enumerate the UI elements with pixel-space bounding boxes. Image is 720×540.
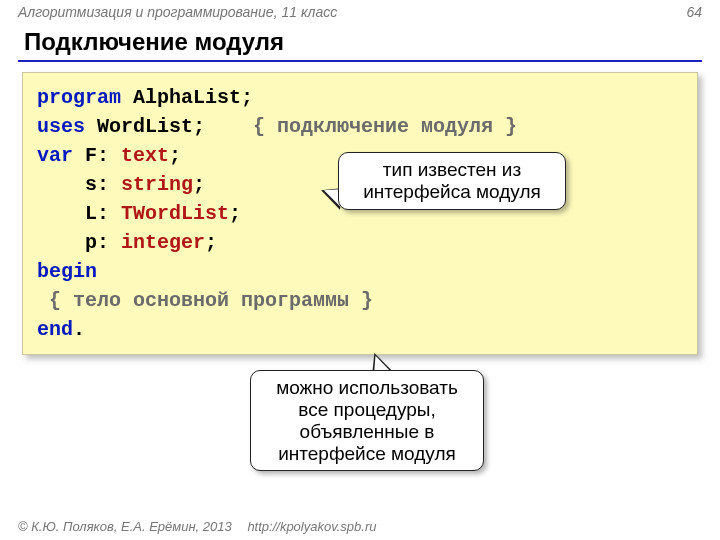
module-name: WordList (85, 115, 193, 138)
kw-var: var (37, 144, 73, 167)
type-string: string (121, 173, 193, 196)
type-integer: integer (121, 231, 205, 254)
comment-body: { тело основной программы } (37, 289, 373, 312)
prog-name: AlphaList (121, 86, 241, 109)
callout-type-known: тип известен из интерфейса модуля (338, 152, 566, 210)
footer-url: http://kpolyakov.spb.ru (247, 519, 376, 534)
code-listing: program AlphaList; uses WordList; { подк… (22, 72, 698, 355)
slide-header: Алгоритмизация и программирование, 11 кл… (0, 0, 720, 22)
comment-uses: { подключение модуля } (253, 115, 517, 138)
kw-end: end (37, 318, 73, 341)
slide-footer: © К.Ю. Поляков, Е.А. Ерёмин, 2013 http:/… (18, 519, 376, 534)
callout-procedures: можно использовать все процедуры, объявл… (250, 370, 484, 471)
kw-uses: uses (37, 115, 85, 138)
kw-begin: begin (37, 260, 97, 283)
type-twordlist: TWordList (121, 202, 229, 225)
page-number: 64 (686, 4, 702, 20)
copyright: © К.Ю. Поляков, Е.А. Ерёмин, 2013 (18, 519, 232, 534)
kw-program: program (37, 86, 121, 109)
slide-title: Подключение модуля (0, 22, 720, 58)
title-divider (18, 60, 702, 62)
course-label: Алгоритмизация и программирование, 11 кл… (18, 4, 337, 20)
type-text: text (121, 144, 169, 167)
